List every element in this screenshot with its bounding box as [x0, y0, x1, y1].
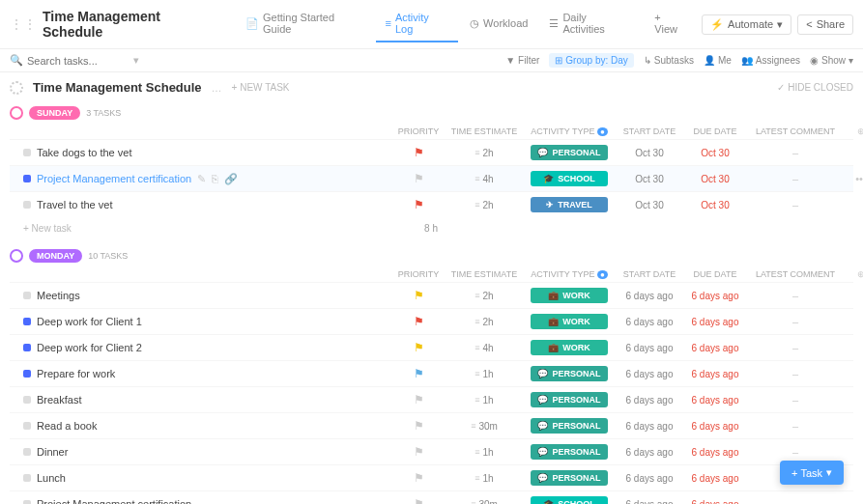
share-button[interactable]: < Share — [797, 14, 853, 35]
priority-flag-icon[interactable]: ⚑ — [414, 289, 424, 302]
time-estimate[interactable]: 2h — [450, 317, 518, 327]
edit-icon[interactable]: ✎ — [197, 173, 206, 185]
start-date[interactable]: Oct 30 — [620, 200, 678, 210]
due-date[interactable]: 6 days ago — [686, 291, 744, 301]
activity-type-badge[interactable]: 💼WORK — [531, 288, 608, 303]
group-new-task[interactable]: + New task8 h — [10, 217, 853, 239]
due-date[interactable]: 6 days ago — [686, 473, 744, 484]
task-row[interactable]: Project Management certification⚑30m🎓SCH… — [10, 490, 853, 504]
assignees-button[interactable]: 👥 Assignees — [741, 55, 800, 66]
task-row[interactable]: Travel to the vet⚑2h✈TRAVELOct 30Oct 30– — [10, 191, 853, 217]
task-row[interactable]: Lunch⚑1h💬PERSONAL6 days ago6 days ago– — [10, 464, 853, 490]
ellipsis-icon[interactable]: … — [212, 82, 222, 94]
priority-flag-icon[interactable]: ⚑ — [414, 445, 424, 459]
priority-flag-icon[interactable]: ⚑ — [414, 341, 424, 354]
activity-type-badge[interactable]: 💬PERSONAL — [531, 392, 608, 407]
status-square-icon[interactable] — [23, 292, 31, 299]
activity-type-badge[interactable]: 💼WORK — [531, 340, 608, 355]
priority-flag-icon[interactable]: ⚑ — [414, 393, 424, 406]
task-name[interactable]: Project Management certification — [37, 498, 191, 504]
time-estimate[interactable]: 30m — [450, 499, 518, 505]
day-circle-icon[interactable] — [10, 249, 23, 263]
time-estimate[interactable]: 1h — [450, 395, 518, 406]
chevron-down-icon[interactable]: ▾ — [133, 54, 139, 67]
status-square-icon[interactable] — [23, 201, 31, 209]
add-view-button[interactable]: + View — [645, 6, 696, 42]
copy-icon[interactable]: ⎘ — [212, 173, 218, 185]
due-date[interactable]: Oct 30 — [686, 200, 744, 210]
start-date[interactable]: 6 days ago — [620, 291, 678, 301]
due-date[interactable]: 6 days ago — [686, 499, 744, 505]
day-badge[interactable]: MONDAY — [29, 249, 82, 263]
section-new-task[interactable]: + NEW TASK — [232, 82, 290, 93]
task-name[interactable]: Take dogs to the vet — [37, 147, 131, 158]
start-date[interactable]: Oct 30 — [620, 174, 678, 184]
due-date[interactable]: 6 days ago — [686, 447, 744, 458]
automate-button[interactable]: ⚡ Automate ▾ — [702, 14, 791, 35]
task-name[interactable]: Prepare for work — [37, 368, 115, 379]
status-square-icon[interactable] — [23, 318, 31, 325]
tab-workload[interactable]: ◷Workload — [460, 6, 537, 42]
time-estimate[interactable]: 2h — [450, 200, 518, 210]
due-date[interactable]: 6 days ago — [686, 369, 744, 379]
task-name[interactable]: Lunch — [37, 472, 66, 484]
task-name[interactable]: Project Management certification — [37, 173, 191, 184]
hide-closed-toggle[interactable]: ✓ HIDE CLOSED — [777, 82, 853, 93]
task-row[interactable]: Deep work for Client 2⚑4h💼WORK6 days ago… — [10, 334, 853, 360]
activity-type-badge[interactable]: 💬PERSONAL — [531, 444, 608, 460]
task-row[interactable]: Breakfast⚑1h💬PERSONAL6 days ago6 days ag… — [10, 386, 853, 412]
tab-daily-activities[interactable]: ☰Daily Activities — [539, 6, 639, 42]
due-date[interactable]: 6 days ago — [686, 317, 744, 327]
status-square-icon[interactable] — [23, 448, 31, 456]
time-estimate[interactable]: 4h — [450, 174, 518, 184]
start-date[interactable]: Oct 30 — [620, 148, 678, 158]
show-button[interactable]: ◉ Show ▾ — [810, 55, 853, 66]
start-date[interactable]: 6 days ago — [620, 369, 678, 379]
day-circle-icon[interactable] — [10, 106, 23, 120]
subtasks-button[interactable]: ↳ Subtasks — [644, 55, 694, 66]
start-date[interactable]: 6 days ago — [620, 317, 678, 327]
task-row[interactable]: Deep work for Client 1⚑2h💼WORK6 days ago… — [10, 308, 853, 334]
status-square-icon[interactable] — [23, 149, 31, 156]
time-estimate[interactable]: 1h — [450, 473, 518, 484]
status-square-icon[interactable] — [23, 175, 31, 182]
tab-activity-log[interactable]: ≡Activity Log — [376, 6, 459, 42]
priority-flag-icon[interactable]: ⚑ — [414, 198, 424, 211]
filter-button[interactable]: ▼ Filter — [505, 55, 539, 66]
task-name[interactable]: Dinner — [37, 446, 68, 458]
task-name[interactable]: Travel to the vet — [37, 199, 112, 210]
task-row[interactable]: Prepare for work⚑1h💬PERSONAL6 days ago6 … — [10, 360, 853, 386]
priority-flag-icon[interactable]: ⚑ — [414, 471, 424, 485]
time-estimate[interactable]: 2h — [450, 291, 518, 301]
time-estimate[interactable]: 1h — [450, 369, 518, 379]
start-date[interactable]: 6 days ago — [620, 473, 678, 484]
start-date[interactable]: 6 days ago — [620, 499, 678, 505]
search-input[interactable] — [27, 55, 124, 67]
activity-type-badge[interactable]: ✈TRAVEL — [531, 197, 608, 212]
link-icon[interactable]: 🔗 — [224, 173, 238, 185]
task-name[interactable]: Breakfast — [37, 394, 81, 406]
priority-flag-icon[interactable]: ⚑ — [414, 367, 424, 380]
me-button[interactable]: 👤 Me — [704, 55, 732, 66]
activity-type-badge[interactable]: 🎓SCHOOL — [531, 496, 608, 504]
priority-flag-icon[interactable]: ⚑ — [414, 419, 424, 433]
row-more-button[interactable]: ••• — [847, 173, 863, 184]
task-row[interactable]: Take dogs to the vet⚑2h💬PERSONALOct 30Oc… — [10, 139, 853, 165]
tab-getting-started-guide[interactable]: 📄Getting Started Guide — [236, 6, 373, 42]
activity-type-badge[interactable]: 💬PERSONAL — [531, 418, 608, 434]
activity-type-badge[interactable]: 🎓SCHOOL — [531, 171, 608, 186]
add-column-button[interactable]: ⊕ — [847, 269, 863, 279]
priority-flag-icon[interactable]: ⚑ — [414, 146, 424, 159]
task-name[interactable]: Read a book — [37, 420, 97, 432]
activity-type-badge[interactable]: 💼WORK — [531, 314, 608, 329]
status-square-icon[interactable] — [23, 396, 31, 404]
search-input-wrap[interactable]: 🔍 ▾ — [10, 54, 498, 67]
priority-flag-icon[interactable]: ⚑ — [414, 497, 424, 504]
task-row[interactable]: Project Management certification✎⎘🔗⚑4h🎓S… — [10, 165, 853, 191]
status-square-icon[interactable] — [23, 344, 31, 351]
due-date[interactable]: Oct 30 — [686, 174, 744, 184]
time-estimate[interactable]: 30m — [450, 421, 518, 432]
priority-flag-icon[interactable]: ⚑ — [414, 172, 424, 185]
task-row[interactable]: Read a book⚑30m💬PERSONAL6 days ago6 days… — [10, 412, 853, 438]
add-column-button[interactable]: ⊕ — [847, 126, 863, 136]
